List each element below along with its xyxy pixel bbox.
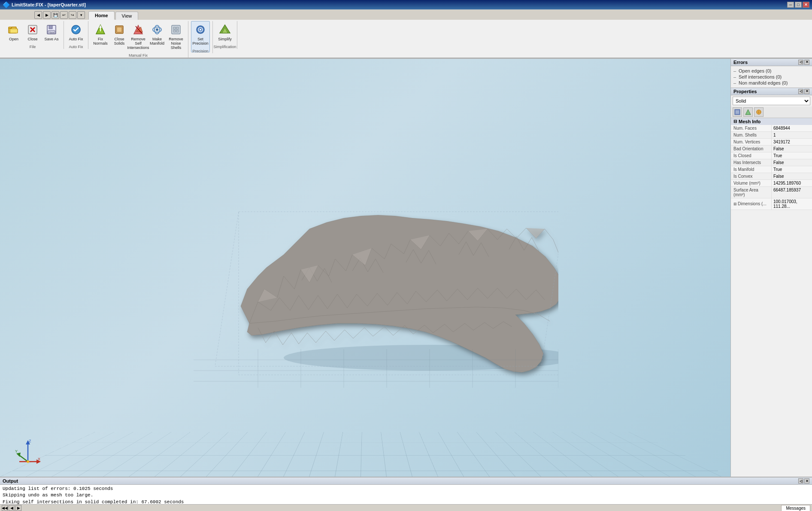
- qa-back-button[interactable]: ◀: [34, 11, 42, 19]
- close-solids-button[interactable]: CloseSolids: [110, 21, 129, 52]
- prop-tool-2[interactable]: [743, 107, 753, 117]
- properties-panel-header: Properties ◁ ✕: [731, 88, 812, 95]
- toolbar-group-file: Open Close: [2, 21, 64, 49]
- qa-forward-button[interactable]: ▶: [43, 11, 51, 19]
- axis-indicator: Z X Y: [13, 438, 39, 464]
- make-manifold-icon: [150, 23, 164, 36]
- output-pin-button[interactable]: ◁: [798, 478, 803, 484]
- svg-line-121: [373, 327, 385, 336]
- mesh-key-convex: Is Convex: [731, 173, 772, 179]
- mesh-val-vertices: 3419172: [772, 139, 812, 145]
- save-as-button[interactable]: Save Save As: [42, 21, 61, 48]
- svg-rect-22: [173, 27, 176, 29]
- properties-toolbar: [731, 106, 812, 118]
- properties-panel: Properties ◁ ✕ Solid Wireframe Points: [731, 88, 812, 477]
- svg-rect-25: [176, 30, 179, 32]
- mesh-key-shells: Num. Shells: [731, 132, 772, 138]
- mesh-key-intersects: Has Intersects: [731, 159, 772, 166]
- title-bar-left: 🔷 LimitState:FIX - [taperQuarter.stl]: [3, 1, 86, 8]
- mesh-key-vertices: Num. Vertices: [731, 139, 772, 145]
- fix-normals-button[interactable]: FixNormals: [91, 21, 110, 52]
- properties-pin-button[interactable]: ◁: [798, 89, 803, 94]
- mesh-info-header[interactable]: Mesh Info: [731, 118, 812, 125]
- minimize-button[interactable]: ─: [787, 2, 794, 8]
- qa-redo-button[interactable]: ↪: [69, 11, 76, 19]
- toolbar-group-precision: SetPrecision Precision: [188, 21, 213, 53]
- auto-fix-icon: [69, 23, 83, 36]
- qa-undo-button[interactable]: ↩: [60, 11, 68, 19]
- display-mode-select[interactable]: Solid Wireframe Points: [733, 97, 810, 105]
- svg-marker-160: [526, 228, 545, 238]
- mesh-row-faces: Num. Faces 6848944: [731, 125, 812, 132]
- properties-content[interactable]: Mesh Info Num. Faces 6848944 Num. Shells…: [731, 118, 812, 477]
- close-solids-label: CloseSolids: [114, 37, 125, 46]
- svg-line-116: [326, 331, 334, 341]
- output-close-button[interactable]: ✕: [804, 478, 809, 484]
- qa-save-button[interactable]: 💾: [52, 11, 59, 19]
- title-bar-text: LimitState:FIX - [taperQuarter.stl]: [12, 2, 86, 7]
- output-header: Output ◁ ✕: [0, 478, 812, 485]
- mesh-key-bad-orientation: Bad Orientation: [731, 146, 772, 152]
- simplify-button[interactable]: Simplify: [215, 21, 234, 48]
- properties-close-button[interactable]: ✕: [804, 89, 809, 94]
- mesh-row-intersects: Has Intersects False: [731, 159, 812, 166]
- display-mode-area: Solid Wireframe Points: [733, 97, 810, 105]
- output-nav-next[interactable]: ▶: [15, 505, 21, 511]
- prop-tool-1[interactable]: [733, 107, 742, 117]
- output-nav-first[interactable]: ◀◀: [2, 505, 8, 511]
- mesh-key-faces: Num. Faces: [731, 125, 772, 131]
- mesh-3d-view: [172, 143, 558, 392]
- fix-normals-icon: [94, 23, 107, 36]
- svg-line-65: [545, 229, 553, 240]
- remove-self-icon: [131, 23, 145, 36]
- dimensions-expand-icon[interactable]: ⊞: [733, 202, 737, 206]
- set-precision-button[interactable]: SetPrecision: [191, 21, 210, 52]
- svg-point-186: [27, 460, 29, 463]
- output-line-2: Skipping undo as mesh too large.: [3, 492, 809, 499]
- prop-tool-3[interactable]: [754, 107, 764, 117]
- tab-home[interactable]: Home: [88, 11, 115, 20]
- restore-button[interactable]: □: [795, 2, 802, 8]
- errors-pin-button[interactable]: ◁: [798, 60, 803, 65]
- save-as-icon: Save: [45, 23, 58, 36]
- open-button[interactable]: Open: [4, 21, 23, 48]
- auto-fix-button[interactable]: Auto Fix: [67, 21, 85, 48]
- toolbar-group-manualfix: FixNormals CloseSolids: [88, 21, 188, 58]
- properties-title: Properties: [733, 89, 757, 94]
- set-precision-label: SetPrecision: [192, 37, 208, 46]
- viewport[interactable]: Z X Y: [0, 59, 730, 477]
- svg-line-110: [274, 331, 283, 345]
- close-window-button[interactable]: ✕: [803, 2, 809, 8]
- mesh-val-intersects: False: [772, 159, 812, 166]
- simplification-group-label: Simplification: [213, 45, 237, 49]
- tab-view[interactable]: View: [115, 12, 139, 20]
- qa-dropdown-button[interactable]: ▾: [77, 11, 85, 19]
- remove-noise-button[interactable]: RemoveNoise Shells: [167, 21, 185, 57]
- mesh-row-dimensions: ⊞ Dimensions (... 100.017003, 111.28...: [731, 198, 812, 210]
- error-non-manifold: Non manifold edges (0): [733, 80, 809, 86]
- svg-point-28: [200, 29, 201, 30]
- remove-noise-label: RemoveNoise Shells: [168, 37, 184, 50]
- errors-panel: Errors ◁ ✕ Open edges (0) Self intersect…: [731, 59, 812, 88]
- make-manifold-button[interactable]: MakeManifold: [148, 21, 167, 52]
- svg-rect-21: [172, 25, 180, 34]
- svg-line-66: [553, 240, 558, 255]
- svg-rect-14: [117, 27, 122, 32]
- open-icon: [7, 23, 21, 36]
- mesh-val-closed: True: [772, 152, 812, 159]
- svg-rect-6: [49, 25, 52, 29]
- mesh-val-dimensions: 100.017003, 111.28...: [772, 198, 812, 210]
- title-bar-controls: ─ □ ✕: [787, 2, 809, 8]
- output-nav-prev[interactable]: ◀: [9, 505, 15, 511]
- error-self-intersections: Self intersections (0): [733, 74, 809, 80]
- output-tab-messages[interactable]: Messages: [781, 505, 810, 511]
- mesh-key-dimensions: ⊞ Dimensions (...: [731, 198, 772, 210]
- properties-panel-controls: ◁ ✕: [798, 89, 809, 94]
- remove-self-button[interactable]: Remove SelfIntersections: [129, 21, 148, 57]
- close-label: Close: [27, 37, 37, 42]
- errors-close-button[interactable]: ✕: [804, 60, 809, 65]
- close-button[interactable]: Close: [23, 21, 42, 48]
- svg-line-117: [334, 330, 345, 341]
- title-bar: 🔷 LimitState:FIX - [taperQuarter.stl] ─ …: [0, 0, 812, 9]
- svg-line-122: [385, 327, 393, 335]
